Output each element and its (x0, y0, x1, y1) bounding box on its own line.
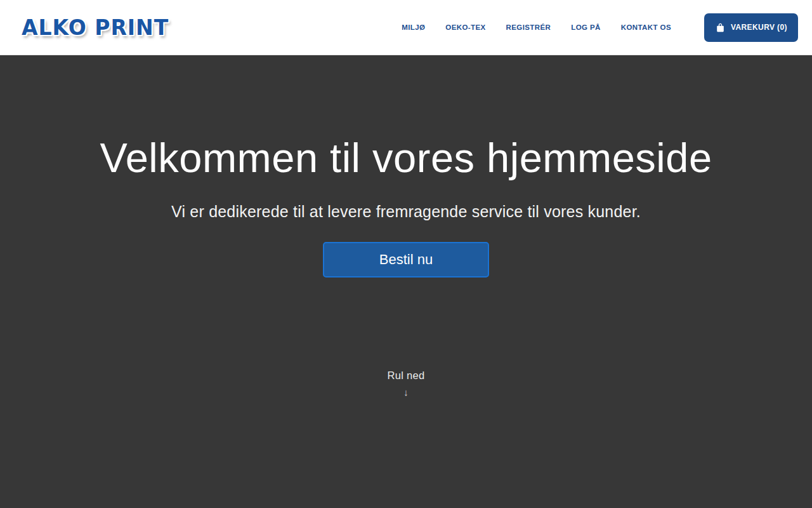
site-header: ALKO PRINT MILJØ OEKO-TEX REGISTRÉR LOG … (0, 0, 812, 55)
cart-button[interactable]: VAREKURV (0) (704, 13, 798, 42)
site-logo[interactable]: ALKO PRINT (22, 15, 169, 40)
nav-link-miljo[interactable]: MILJØ (391, 17, 435, 37)
down-arrow-icon[interactable]: ↓ (403, 387, 409, 398)
nav-item: MILJØ (391, 17, 435, 37)
hero-subtitle: Vi er dedikerede til at levere fremragen… (171, 203, 641, 221)
nav-item: LOG PÅ (561, 17, 611, 37)
cart-button-label: VAREKURV (0) (731, 23, 787, 32)
hero-section: Velkommen til vores hjemmeside Vi er ded… (0, 55, 812, 508)
header-right: MILJØ OEKO-TEX REGISTRÉR LOG PÅ KONTAKT … (391, 13, 798, 42)
hero-title: Velkommen til vores hjemmeside (100, 130, 712, 186)
nav-link-registrer[interactable]: REGISTRÉR (496, 17, 561, 37)
order-now-button[interactable]: Bestil nu (323, 242, 489, 277)
nav-item: KONTAKT OS (611, 17, 681, 37)
nav-link-kontakt-os[interactable]: KONTAKT OS (611, 17, 681, 37)
shopping-bag-icon (715, 22, 726, 33)
nav-item: REGISTRÉR (496, 17, 561, 37)
nav-link-oeko-tex[interactable]: OEKO-TEX (435, 17, 495, 37)
nav-link-log-pa[interactable]: LOG PÅ (561, 17, 611, 37)
main-nav: MILJØ OEKO-TEX REGISTRÉR LOG PÅ KONTAKT … (391, 17, 681, 37)
nav-item: OEKO-TEX (435, 17, 495, 37)
scroll-hint-label[interactable]: Rul ned (388, 370, 425, 382)
